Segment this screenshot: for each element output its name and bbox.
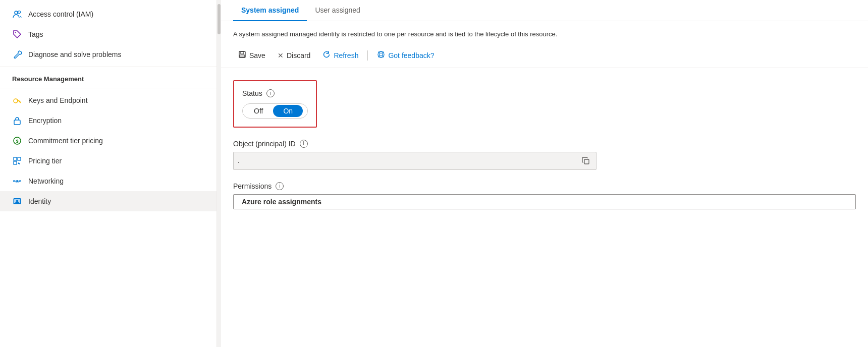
refresh-label: Refresh [334,51,358,60]
toolbar-divider [367,50,368,61]
status-text: Status [242,89,262,97]
permissions-label: Permissions i [233,182,856,190]
svg-rect-21 [240,55,245,57]
sidebar-item-identity[interactable]: Identity [0,191,216,211]
permissions-section: Permissions i Azure role assignments [233,182,856,209]
sidebar-item-networking-label: Networking [28,177,64,185]
svg-text:$: $ [16,139,18,144]
sidebar-item-tags-label: Tags [28,30,43,38]
sidebar-item-keys-label: Keys and Endpoint [28,96,88,104]
sidebar-item-networking[interactable]: <> Networking [0,171,216,191]
permissions-text: Permissions [233,182,272,190]
sidebar-item-commitment-label: Commitment tier pricing [28,137,103,145]
discard-button[interactable]: ✕ Discard [273,48,315,63]
save-label: Save [249,51,265,60]
sidebar-item-diagnose-label: Diagnose and solve problems [28,50,121,59]
toggle-on-option[interactable]: On [273,105,303,117]
svg-rect-20 [241,51,244,54]
svg-point-3 [14,99,18,103]
azure-role-assignments-label: Azure role assignments [242,198,321,206]
tab-system-assigned[interactable]: System assigned [233,0,307,21]
object-id-input[interactable] [238,157,580,164]
azure-role-assignments-button[interactable]: Azure role assignments [233,194,856,209]
tag-icon [12,29,22,39]
sidebar-item-keys-endpoint[interactable]: Keys and Endpoint [0,90,216,110]
object-id-input-wrapper [233,152,596,170]
feedback-button[interactable]: Got feedback? [372,47,439,64]
main-content: System assigned User assigned A system a… [221,0,868,347]
identity-icon [12,196,22,206]
discard-icon: ✕ [278,51,284,60]
svg-point-2 [15,32,16,33]
svg-point-12 [20,181,21,182]
save-icon [238,50,246,61]
sidebar: Access control (IAM) Tags Diagnose and s… [0,0,217,347]
wrench-icon [12,49,22,60]
sidebar-item-tags[interactable]: Tags [0,24,216,44]
network-icon: <> [12,176,22,186]
svg-text:<>: <> [15,180,19,184]
grid-edit-icon [12,156,22,166]
tabs-container: System assigned User assigned [221,0,868,21]
lock-icon [12,115,22,126]
scrollbar[interactable] [217,0,221,347]
sidebar-item-pricing-tier[interactable]: Pricing tier [0,151,216,171]
svg-rect-7 [14,157,17,160]
feedback-label: Got feedback? [388,51,434,60]
sidebar-item-identity-label: Identity [28,197,51,205]
people-icon [12,9,22,19]
resource-management-header: Resource Management [0,67,216,86]
circle-dollar-icon: $ [12,136,22,146]
svg-rect-8 [14,161,17,164]
status-label: Status i [242,89,308,97]
permissions-info-icon[interactable]: i [276,182,284,190]
content-body: Status i Off On Object (principal) ID i [221,68,868,221]
sidebar-item-access-control[interactable]: Access control (IAM) [0,4,216,24]
status-toggle[interactable]: Off On [242,103,308,119]
toggle-off-option[interactable]: Off [244,105,273,117]
svg-rect-19 [239,51,245,57]
status-info-icon[interactable]: i [266,89,275,97]
feedback-icon [377,50,385,61]
object-id-text: Object (principal) ID [233,140,296,148]
object-id-label: Object (principal) ID i [233,140,856,148]
section-divider [0,88,216,88]
svg-point-1 [18,11,21,14]
object-id-info-icon[interactable]: i [300,140,308,148]
sidebar-item-encryption-label: Encryption [28,117,62,125]
svg-rect-24 [584,159,589,164]
sidebar-item-commitment-tier[interactable]: $ Commitment tier pricing [0,131,216,151]
status-section: Status i Off On [233,80,317,128]
refresh-button[interactable]: Refresh [317,47,363,64]
refresh-icon [322,50,331,61]
object-id-section: Object (principal) ID i [233,140,856,170]
copy-icon [582,157,590,165]
svg-point-23 [379,53,383,56]
save-button[interactable]: Save [233,47,270,64]
sidebar-item-access-control-label: Access control (IAM) [28,10,93,18]
svg-rect-4 [14,120,20,125]
key-icon [12,95,22,105]
page-description: A system assigned managed identity is re… [221,21,776,43]
svg-rect-9 [18,157,21,160]
sidebar-item-pricing-label: Pricing tier [28,157,62,165]
copy-button[interactable] [580,155,592,167]
scroll-thumb[interactable] [218,4,221,34]
sidebar-item-encryption[interactable]: Encryption [0,110,216,131]
discard-label: Discard [287,51,310,60]
svg-point-0 [15,11,18,14]
toolbar: Save ✕ Discard Refresh [221,43,868,68]
toggle-container: Off On [242,103,308,119]
tab-user-assigned[interactable]: User assigned [307,0,368,21]
sidebar-item-diagnose[interactable]: Diagnose and solve problems [0,44,216,65]
